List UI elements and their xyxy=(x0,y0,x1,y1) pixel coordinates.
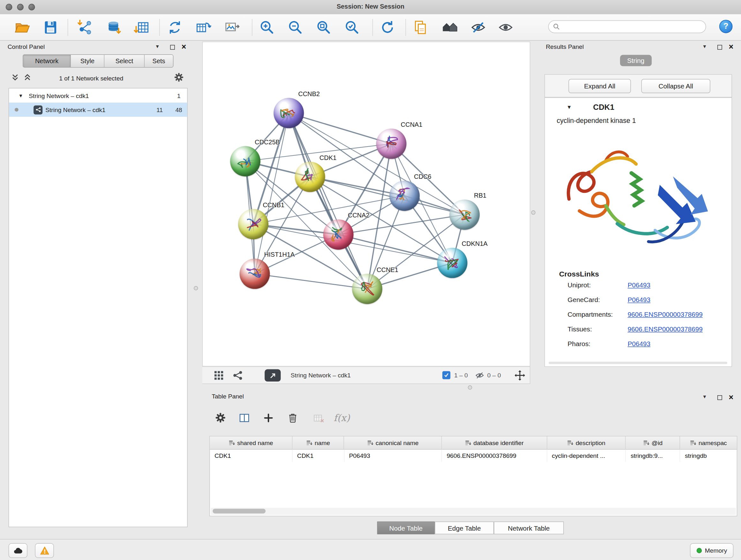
network-refresh-icon[interactable] xyxy=(165,18,184,37)
results-panel-close-icon[interactable]: × xyxy=(729,44,734,51)
column-header[interactable]: database identifier xyxy=(442,436,547,449)
function-builder-fx-icon[interactable]: f(x) xyxy=(334,412,350,424)
scrollbar-thumb[interactable] xyxy=(212,509,266,513)
table-cell[interactable]: CDK1 xyxy=(292,449,344,462)
control-panel-collapse-icon[interactable]: ▾ xyxy=(156,43,159,50)
warnings-button[interactable] xyxy=(35,543,54,558)
tab-sets[interactable]: Sets xyxy=(145,55,173,67)
network-row-selected[interactable]: String Network – cdk1 11 48 xyxy=(9,103,187,117)
crosslink-link[interactable]: 9606.ENSP00000378699 xyxy=(628,311,703,318)
memory-button[interactable]: Memory xyxy=(690,543,733,558)
table-cell[interactable]: CDK1 xyxy=(210,449,293,462)
network-node-ccne1[interactable] xyxy=(352,273,382,304)
refresh-view-icon[interactable] xyxy=(378,18,397,37)
search-box[interactable] xyxy=(548,20,706,33)
pan-crosshair-icon[interactable] xyxy=(514,370,526,382)
network-node-rb1[interactable] xyxy=(449,199,480,230)
help-button[interactable]: ? xyxy=(719,20,732,33)
table-cell[interactable]: stringdb:9... xyxy=(626,449,680,462)
crosslink-link[interactable]: P06493 xyxy=(628,296,650,304)
table-panel-collapse-icon[interactable]: ▾ xyxy=(703,393,706,400)
network-node-ccna2[interactable] xyxy=(323,219,354,250)
column-header[interactable]: @id xyxy=(626,436,680,449)
right-splitter-handle[interactable] xyxy=(531,210,536,214)
import-network-database-icon[interactable] xyxy=(104,18,123,37)
gene-header-row[interactable]: ▼ CDK1 xyxy=(545,98,731,116)
expand-all-button[interactable]: Expand All xyxy=(569,79,631,93)
network-collection-row[interactable]: ▼ String Network – cdk1 1 xyxy=(9,88,187,103)
column-header[interactable]: name xyxy=(292,436,344,449)
collection-disclosure-icon[interactable]: ▼ xyxy=(18,93,23,98)
table-row[interactable]: CDK1 CDK1 P06493 9606.ENSP00000378699 cy… xyxy=(210,449,737,462)
show-graphics-eye-icon[interactable] xyxy=(496,18,515,37)
network-node-cdk1[interactable] xyxy=(295,162,325,192)
results-tab-string[interactable]: String xyxy=(620,55,652,66)
network-edge[interactable] xyxy=(255,273,367,289)
tab-edge-table[interactable]: Edge Table xyxy=(434,521,494,534)
network-node-ccnb1[interactable] xyxy=(238,209,268,240)
birds-eye-grid-icon[interactable] xyxy=(213,370,224,382)
tab-network[interactable]: Network xyxy=(23,55,71,67)
network-share-icon[interactable] xyxy=(232,370,243,382)
gene-disclosure-icon[interactable]: ▼ xyxy=(567,104,572,110)
create-column-plus-icon[interactable] xyxy=(263,413,274,425)
table-cell[interactable]: stringdb xyxy=(680,449,737,462)
open-session-icon[interactable] xyxy=(13,18,31,37)
network-node-hist1h1a[interactable] xyxy=(240,259,270,289)
zoom-in-icon[interactable] xyxy=(258,18,276,37)
hide-unhide-icon[interactable] xyxy=(469,18,488,37)
crosslink-link[interactable]: P06493 xyxy=(628,340,650,348)
column-header[interactable]: namespac xyxy=(680,436,737,449)
table-cell[interactable]: 9606.ENSP00000378699 xyxy=(442,449,547,462)
table-options-gear-icon[interactable] xyxy=(215,412,226,425)
table-cell[interactable]: cyclin-dependent ... xyxy=(547,449,626,462)
save-session-icon[interactable] xyxy=(41,18,60,37)
show-columns-icon[interactable] xyxy=(239,412,250,425)
search-input[interactable] xyxy=(563,23,705,30)
import-table-icon[interactable] xyxy=(132,18,151,37)
network-edge[interactable] xyxy=(289,113,367,289)
zoom-out-icon[interactable] xyxy=(286,18,305,37)
new-network-from-selection-icon[interactable] xyxy=(194,18,212,37)
table-panel-close-icon[interactable]: × xyxy=(729,394,734,401)
column-header[interactable]: shared name xyxy=(210,436,293,449)
control-panel-float-icon[interactable] xyxy=(170,44,175,51)
selected-checkbox-icon[interactable] xyxy=(442,371,450,379)
network-canvas[interactable]: CCNB2CCNA1CDC25BCDK1CDC6RB1CCNB1CCNA2CDK… xyxy=(202,42,530,366)
column-header[interactable]: description xyxy=(547,436,626,449)
left-splitter-handle[interactable] xyxy=(194,286,198,290)
table-horizontal-scrollbar[interactable] xyxy=(211,508,736,515)
import-network-file-icon[interactable] xyxy=(76,18,94,37)
control-panel-close-icon[interactable]: × xyxy=(182,44,186,51)
delete-column-trash-icon[interactable] xyxy=(287,412,298,425)
open-in-window-button[interactable] xyxy=(265,369,280,382)
zoom-selected-icon[interactable] xyxy=(343,18,361,37)
tab-select[interactable]: Select xyxy=(105,55,145,67)
results-panel-float-icon[interactable] xyxy=(718,44,722,51)
tab-style[interactable]: Style xyxy=(71,55,105,67)
network-node-cdkn1a[interactable] xyxy=(437,248,468,278)
column-header[interactable]: canonical name xyxy=(344,436,442,449)
crosslink-link[interactable]: 9606.ENSP00000378699 xyxy=(628,325,703,333)
network-edge[interactable] xyxy=(255,113,289,274)
hidden-eye-slash-icon[interactable] xyxy=(475,371,484,381)
tab-node-table[interactable]: Node Table xyxy=(377,521,435,534)
tab-network-table[interactable]: Network Table xyxy=(494,521,564,534)
results-scrollbar[interactable] xyxy=(549,362,727,364)
network-node-ccna1[interactable] xyxy=(376,129,407,159)
copy-document-icon[interactable] xyxy=(411,18,430,37)
results-panel-collapse-icon[interactable]: ▾ xyxy=(703,43,706,50)
network-node-cdc25b[interactable] xyxy=(230,146,260,177)
table-cell[interactable]: P06493 xyxy=(344,449,442,462)
zoom-fit-icon[interactable] xyxy=(314,18,333,37)
bottom-splitter-handle[interactable] xyxy=(468,385,472,389)
network-node-ccnb2[interactable] xyxy=(273,98,304,128)
table-panel-float-icon[interactable] xyxy=(718,394,722,401)
home-layout-icon[interactable] xyxy=(441,18,459,37)
network-options-gear-icon[interactable] xyxy=(174,72,184,84)
crosslink-link[interactable]: P06493 xyxy=(628,281,650,289)
cloud-status-button[interactable] xyxy=(9,543,27,558)
network-node-cdc6[interactable] xyxy=(389,181,420,211)
collapse-all-button[interactable]: Collapse All xyxy=(642,79,711,93)
export-image-icon[interactable] xyxy=(222,18,241,37)
